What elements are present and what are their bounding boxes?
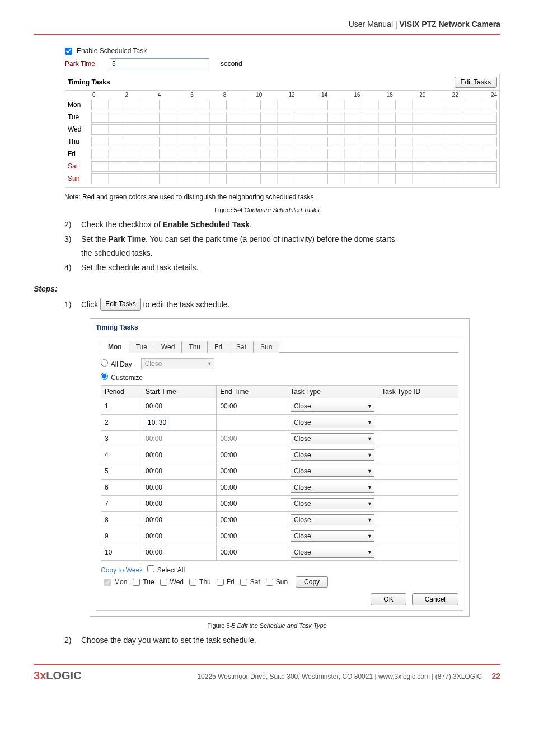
task-type-cell[interactable]: Close▼: [287, 447, 378, 463]
schedule-cells[interactable]: [91, 173, 497, 184]
list-text: Choose the day you want to set the task …: [81, 635, 256, 647]
start-time-cell[interactable]: 00:00: [142, 544, 217, 561]
end-time-cell[interactable]: 00:00: [217, 398, 287, 415]
note-text: Note: Red and green colors are used to d…: [64, 193, 500, 201]
cancel-button[interactable]: Cancel: [412, 593, 458, 605]
task-type-select[interactable]: Close▼: [291, 530, 374, 542]
copy-fri-checkbox[interactable]: [217, 579, 224, 586]
end-time-cell[interactable]: [217, 415, 287, 431]
task-type-id-cell: [378, 528, 458, 544]
copy-wed-checkbox[interactable]: [160, 579, 167, 586]
end-time-cell[interactable]: 00:00: [217, 447, 287, 463]
end-time-cell[interactable]: 00:00: [217, 480, 287, 496]
schedule-cells[interactable]: [91, 137, 497, 147]
schedule-cells[interactable]: [91, 149, 497, 159]
task-type-select[interactable]: Close▼: [291, 401, 374, 412]
schedule-row: Sat: [68, 161, 497, 172]
copy-day-label: Sun: [276, 578, 288, 586]
start-time-cell[interactable]: 00:00: [142, 431, 217, 447]
start-time-cell[interactable]: 00:00: [142, 463, 217, 480]
task-type-cell[interactable]: Close▼: [287, 415, 378, 431]
allday-radio-label[interactable]: All Day: [101, 359, 132, 368]
start-time-cell[interactable]: 00:00: [142, 398, 217, 415]
table-row: 600:0000:00Close▼: [101, 480, 458, 496]
task-type-select[interactable]: Close▼: [291, 482, 374, 493]
copy-tue-checkbox[interactable]: [133, 579, 140, 586]
time-editor[interactable]: 10 : 30: [146, 417, 168, 428]
park-time-input[interactable]: [110, 58, 209, 69]
ok-button[interactable]: OK: [371, 593, 406, 605]
customize-radio-label[interactable]: Customize: [101, 373, 143, 382]
start-time-cell[interactable]: 00:00: [142, 512, 217, 528]
task-type-select[interactable]: Close▼: [291, 547, 374, 558]
task-type-cell[interactable]: Close▼: [287, 431, 378, 447]
start-time-cell[interactable]: 10 : 30: [142, 415, 217, 431]
enable-scheduled-label: Enable Scheduled Task: [77, 47, 147, 55]
end-time-cell[interactable]: 00:00: [217, 496, 287, 512]
task-type-select[interactable]: Close▼: [291, 466, 374, 477]
tab-sat[interactable]: Sat: [229, 341, 254, 353]
task-type-cell[interactable]: Close▼: [287, 528, 378, 544]
instruction-list: 2) Check the checkbox of Enable Schedule…: [64, 219, 500, 274]
schedule-cells[interactable]: [91, 100, 497, 110]
figure-5-4-caption: Figure 5-4 Configure Scheduled Tasks: [34, 206, 500, 213]
task-type-cell[interactable]: Close▼: [287, 512, 378, 528]
copy-thu-checkbox[interactable]: [189, 579, 196, 586]
chevron-down-icon: ▼: [367, 485, 372, 490]
tab-fri[interactable]: Fri: [207, 341, 229, 353]
task-type-cell[interactable]: Close▼: [287, 398, 378, 415]
copy-button[interactable]: Copy: [296, 576, 328, 588]
timing-tasks-dialog: Timing Tasks Mon Tue Wed Thu Fri Sat Sun…: [90, 318, 470, 617]
edit-tasks-inline-button[interactable]: Edit Tasks: [100, 298, 140, 311]
select-all-checkbox[interactable]: [147, 565, 154, 572]
tab-mon[interactable]: Mon: [101, 341, 129, 353]
hour-label: 8: [223, 92, 256, 98]
select-all-label: Select All: [157, 566, 185, 574]
col-period: Period: [101, 386, 142, 398]
task-type-cell[interactable]: Close▼: [287, 496, 378, 512]
task-type-cell[interactable]: Close▼: [287, 480, 378, 496]
task-type-select[interactable]: Close▼: [291, 449, 374, 461]
task-type-select[interactable]: Close▼: [291, 433, 374, 444]
allday-radio[interactable]: [101, 359, 108, 367]
copy-sun-checkbox[interactable]: [266, 579, 273, 586]
tab-thu[interactable]: Thu: [181, 341, 208, 353]
schedule-cells[interactable]: [91, 161, 497, 172]
hour-label: 6: [190, 92, 223, 98]
task-type-id-cell: [378, 480, 458, 496]
end-time-cell[interactable]: 00:00: [217, 512, 287, 528]
tab-tue[interactable]: Tue: [129, 341, 154, 353]
task-type-cell[interactable]: Close▼: [287, 463, 378, 480]
list-num: 3): [64, 233, 74, 246]
copy-sat-checkbox[interactable]: [240, 579, 247, 586]
list-text: Check the checkbox of Enable Scheduled T…: [81, 219, 252, 231]
hour-label: 4: [158, 92, 190, 98]
task-type-cell[interactable]: Close▼: [287, 544, 378, 561]
footer-address: 10225 Westmoor Drive, Suite 300, Westmin…: [197, 672, 500, 680]
end-time-cell[interactable]: 00:00: [217, 463, 287, 480]
edit-tasks-button[interactable]: Edit Tasks: [455, 77, 497, 88]
task-type-select[interactable]: Close▼: [291, 417, 374, 428]
task-type-id-cell: [378, 463, 458, 480]
tab-wed[interactable]: Wed: [154, 341, 182, 353]
task-type-select[interactable]: Close▼: [291, 498, 374, 509]
copy-day-label: Fri: [227, 578, 235, 586]
schedule-cells[interactable]: [91, 112, 497, 123]
period-cell: 3: [101, 431, 142, 447]
schedule-day-label: Sun: [68, 175, 91, 182]
end-time-cell[interactable]: 00:00: [217, 431, 287, 447]
end-time-cell[interactable]: 00:00: [217, 528, 287, 544]
hour-label: 16: [354, 92, 386, 98]
enable-scheduled-checkbox[interactable]: [65, 48, 72, 55]
start-time-cell[interactable]: 00:00: [142, 447, 217, 463]
start-time-cell[interactable]: 00:00: [142, 528, 217, 544]
start-time-cell[interactable]: 00:00: [142, 480, 217, 496]
customize-radio[interactable]: [101, 373, 108, 380]
schedule-cells[interactable]: [91, 124, 497, 135]
task-type-select[interactable]: Close▼: [291, 514, 374, 525]
allday-select: Close▼: [141, 358, 214, 369]
copy-to-week-link[interactable]: Copy to Week: [101, 566, 143, 574]
start-time-cell[interactable]: 00:00: [142, 496, 217, 512]
end-time-cell[interactable]: 00:00: [217, 544, 287, 561]
tab-sun[interactable]: Sun: [253, 341, 279, 353]
